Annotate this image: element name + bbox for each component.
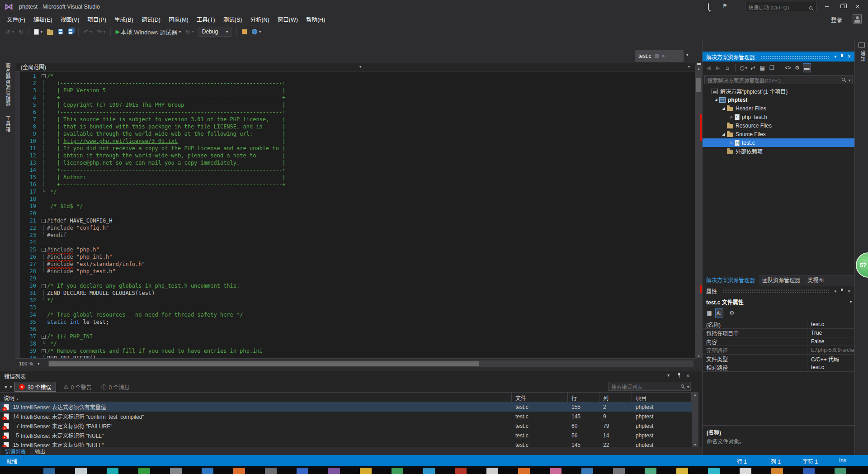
search-dropdown-icon[interactable]: ▾: [849, 78, 850, 82]
tree-item[interactable]: ▷test.c: [703, 138, 854, 147]
menu-item[interactable]: 帮助(H): [302, 13, 329, 25]
tree-expander-icon[interactable]: ◢: [713, 98, 719, 102]
tree-expander-icon[interactable]: ◢: [721, 132, 726, 136]
tree-item[interactable]: ◢Source Files: [703, 130, 854, 138]
fold-marker[interactable]: -: [40, 72, 47, 80]
forward-icon[interactable]: ▶: [714, 63, 722, 72]
taskbar-icon[interactable]: [170, 468, 182, 474]
taskbar-icon[interactable]: [138, 468, 150, 474]
warnings-filter-button[interactable]: ⚠ 0 个警告: [59, 383, 96, 391]
tree-expander-icon[interactable]: ▷: [728, 141, 734, 145]
pin-icon[interactable]: [840, 54, 844, 59]
taskbar-icon[interactable]: [328, 468, 340, 474]
taskbar-icon[interactable]: [740, 468, 751, 474]
properties-object-selector[interactable]: test.c 文件属性 ▾: [703, 297, 854, 307]
open-file-icon[interactable]: [45, 26, 55, 37]
taskbar-icon[interactable]: [835, 468, 846, 474]
menu-item[interactable]: 编辑(E): [29, 13, 57, 25]
property-row[interactable]: (名称)test.c: [703, 320, 855, 329]
home-icon[interactable]: ⌂: [723, 63, 731, 72]
property-value[interactable]: C/C++ 代码: [807, 355, 855, 363]
fold-marker[interactable]: -: [40, 246, 47, 253]
filter-icon[interactable]: ▼: [4, 384, 8, 389]
taskbar-icon[interactable]: [392, 468, 403, 474]
taskbar-icon[interactable]: [518, 468, 530, 474]
tree-item[interactable]: ▷php_test.h: [703, 113, 854, 121]
tree-expander-icon[interactable]: ▷: [728, 115, 734, 119]
solution-explorer-tab[interactable]: 团队资源管理器: [759, 274, 804, 286]
new-file-icon[interactable]: ▾: [32, 26, 44, 37]
pin-icon[interactable]: [677, 373, 681, 378]
close-panel-icon[interactable]: ×: [848, 288, 851, 294]
redo-icon[interactable]: ↷▾: [95, 26, 107, 37]
taskbar-icon[interactable]: [581, 468, 593, 474]
tree-item[interactable]: 外部依赖项: [703, 147, 854, 156]
scope-dropdown-icon[interactable]: ▾: [359, 65, 361, 69]
taskbar-icon[interactable]: [613, 468, 625, 474]
column-header-column[interactable]: 列: [599, 393, 632, 403]
sign-in-link[interactable]: 登录: [831, 15, 842, 24]
property-row[interactable]: 相对路径test.c: [703, 363, 855, 372]
property-row[interactable]: 内容False: [703, 337, 855, 346]
scope-dropdown[interactable]: (全局范围): [21, 63, 46, 71]
tree-item[interactable]: ◢phptest: [703, 95, 854, 104]
tab-list-dropdown-icon[interactable]: ▾: [686, 52, 689, 57]
error-row[interactable]: 7IntelliSense: 未定义标识符 "FAILURE"test.c607…: [0, 421, 692, 431]
navigate-forward-icon[interactable]: ↻: [17, 26, 25, 37]
tree-expander-icon[interactable]: ◢: [721, 106, 726, 110]
scroll-up-icon[interactable]: ▲: [695, 67, 702, 70]
attach-icon[interactable]: [240, 26, 249, 37]
property-value[interactable]: test.c: [807, 364, 855, 370]
column-header-file[interactable]: 文件: [512, 393, 568, 403]
error-row[interactable]: 5IntelliSense: 未定义标识符 "NULL"test.c5614ph…: [0, 431, 692, 440]
pin-icon[interactable]: [840, 289, 844, 294]
taskbar-icon[interactable]: [297, 468, 308, 474]
scrollbar-thumb[interactable]: [696, 78, 701, 92]
fold-marker[interactable]: -: [40, 333, 47, 340]
menu-item[interactable]: 视图(V): [57, 13, 84, 25]
property-row[interactable]: 包括在项目中True: [703, 329, 855, 337]
taskbar-icon[interactable]: [107, 468, 118, 474]
error-row[interactable]: 19IntelliSense: 表达式必须含有常量值test.c1552phpt…: [0, 402, 692, 412]
avatar[interactable]: [853, 14, 862, 24]
solution-explorer-tab[interactable]: 类视图: [804, 274, 827, 286]
fold-marker[interactable]: -: [40, 347, 47, 355]
taskbar-icon[interactable]: [423, 468, 435, 474]
properties-title-bar[interactable]: 属性 ▾ ×: [703, 286, 854, 296]
undo-icon[interactable]: ↶▾: [82, 26, 94, 37]
close-panel-icon[interactable]: ×: [848, 53, 851, 60]
taskbar-icon[interactable]: [645, 468, 656, 474]
window-position-dropdown-icon[interactable]: ▾: [834, 289, 836, 294]
filter-dropdown-icon[interactable]: ▾: [10, 385, 12, 389]
sync-with-active-document-icon[interactable]: ⇄: [749, 63, 757, 72]
scroll-down-icon[interactable]: ▼: [695, 355, 702, 358]
fold-marker[interactable]: -: [40, 282, 47, 289]
show-all-files-icon[interactable]: ▬: [803, 63, 811, 72]
menu-item[interactable]: 窗口(W): [274, 13, 302, 25]
windows-taskbar[interactable]: [0, 466, 868, 474]
taskbar-icon[interactable]: [202, 468, 213, 474]
left-tool-tab[interactable]: 工具箱: [4, 116, 11, 132]
menu-item[interactable]: 文件(F): [3, 13, 29, 25]
back-icon[interactable]: ◀: [704, 63, 712, 72]
menu-item[interactable]: 分析(N): [246, 13, 273, 25]
start-debug-button[interactable]: ▶ 本地 Windows 调试器 ▾: [114, 26, 183, 37]
scroll-up-icon[interactable]: ▲: [692, 393, 698, 396]
close-panel-icon[interactable]: ×: [686, 373, 689, 379]
quick-launch-input[interactable]: 快速启动 (Ctrl+Q): [745, 2, 816, 11]
save-all-icon[interactable]: [66, 26, 75, 37]
notifications-tab[interactable]: 通知: [859, 51, 866, 62]
save-icon[interactable]: [56, 26, 65, 37]
error-list-scrollbar[interactable]: ▲ ▼: [692, 392, 698, 447]
feedback-icon[interactable]: [708, 3, 709, 10]
document-tab-test-c[interactable]: test.c ×: [635, 50, 684, 62]
taskbar-icon[interactable]: [455, 468, 467, 474]
tree-item[interactable]: ◢Header Files: [703, 104, 854, 113]
property-row[interactable]: 完整路径E:\php-5.6.9-src\ext\test\test.c: [703, 346, 855, 355]
left-tool-tab[interactable]: 服务器资源管理器: [4, 63, 11, 107]
taskbar-icon[interactable]: [771, 468, 783, 474]
messages-filter-button[interactable]: ⓘ 0 个消息: [96, 383, 134, 391]
taskbar-icon[interactable]: [486, 468, 498, 474]
taskbar-icon[interactable]: [360, 468, 372, 474]
properties-page-icon[interactable]: ❐: [768, 63, 776, 72]
